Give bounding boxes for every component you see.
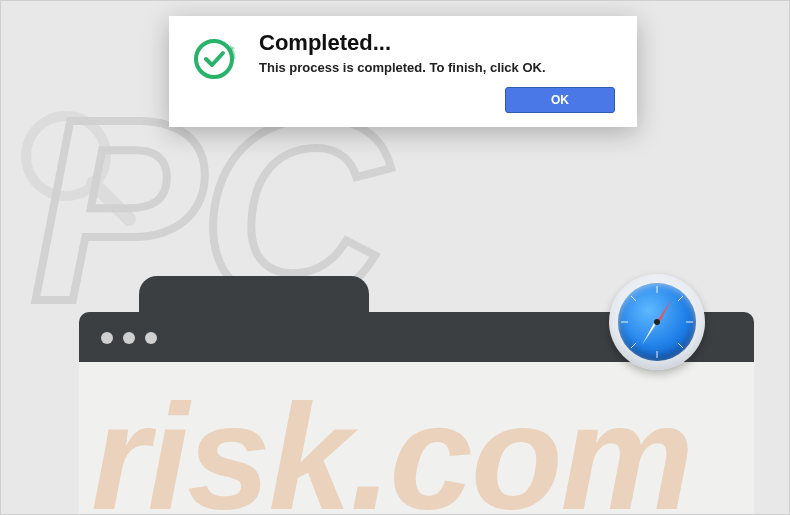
browser-tab-shape (139, 276, 369, 316)
svg-line-6 (631, 296, 636, 301)
browser-body (79, 362, 754, 514)
completion-dialog: Completed... This process is completed. … (169, 16, 637, 127)
dialog-actions: OK (259, 87, 615, 113)
dialog-title: Completed... (259, 30, 615, 56)
ok-button[interactable]: OK (505, 87, 615, 113)
window-control-dot (123, 332, 135, 344)
window-control-dot (101, 332, 113, 344)
window-control-dot (145, 332, 157, 344)
dialog-message: This process is completed. To finish, cl… (259, 60, 615, 75)
watermark-magnifier (11, 101, 141, 235)
safari-icon (609, 274, 705, 370)
svg-point-16 (654, 319, 660, 325)
svg-point-17 (196, 41, 232, 77)
check-circle-icon (191, 30, 237, 113)
svg-point-0 (26, 116, 106, 196)
svg-line-1 (93, 183, 129, 219)
svg-line-8 (631, 343, 636, 348)
dialog-body: Completed... This process is completed. … (259, 30, 615, 113)
svg-line-9 (678, 296, 683, 301)
svg-line-7 (678, 343, 683, 348)
